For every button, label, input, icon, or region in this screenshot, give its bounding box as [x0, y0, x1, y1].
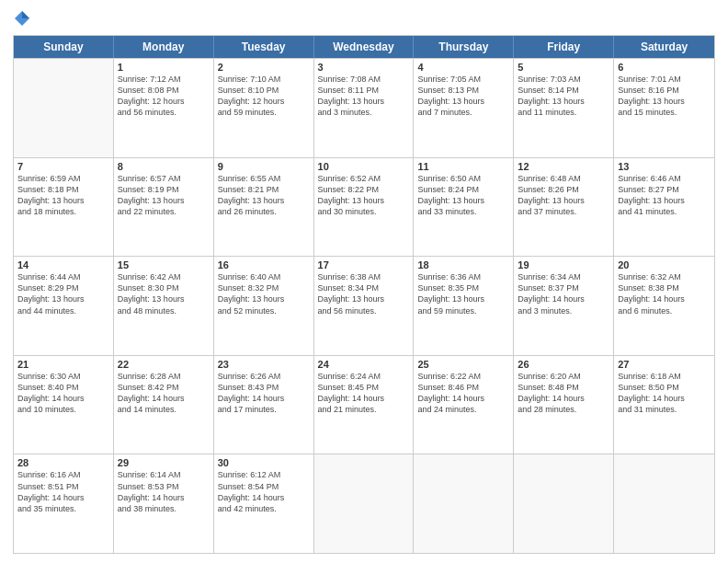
- day-info: Sunrise: 7:12 AM Sunset: 8:08 PM Dayligh…: [118, 74, 210, 119]
- day-info: Sunrise: 6:52 AM Sunset: 8:22 PM Dayligh…: [318, 173, 410, 218]
- day-number: 15: [118, 259, 210, 270]
- day-number: 28: [17, 457, 109, 468]
- calendar-body: 1Sunrise: 7:12 AM Sunset: 8:08 PM Daylig…: [14, 58, 714, 553]
- cal-cell: 22Sunrise: 6:28 AM Sunset: 8:42 PM Dayli…: [114, 356, 214, 454]
- cal-cell: 29Sunrise: 6:14 AM Sunset: 8:53 PM Dayli…: [114, 454, 214, 553]
- day-info: Sunrise: 6:12 AM Sunset: 8:54 PM Dayligh…: [218, 469, 310, 514]
- day-info: Sunrise: 6:26 AM Sunset: 8:43 PM Dayligh…: [218, 371, 310, 416]
- day-info: Sunrise: 6:59 AM Sunset: 8:18 PM Dayligh…: [17, 173, 109, 218]
- day-number: 5: [518, 62, 609, 73]
- day-info: Sunrise: 6:22 AM Sunset: 8:46 PM Dayligh…: [417, 371, 509, 416]
- cal-cell: 16Sunrise: 6:40 AM Sunset: 8:32 PM Dayli…: [214, 257, 314, 355]
- cal-cell: 20Sunrise: 6:32 AM Sunset: 8:38 PM Dayli…: [614, 257, 714, 355]
- header-day-monday: Monday: [114, 36, 214, 58]
- day-number: 7: [17, 161, 109, 172]
- cal-cell: 18Sunrise: 6:36 AM Sunset: 8:35 PM Dayli…: [414, 257, 514, 355]
- header-day-sunday: Sunday: [14, 36, 114, 58]
- day-number: 27: [618, 359, 711, 370]
- cal-cell: [614, 454, 714, 553]
- cal-cell: 26Sunrise: 6:20 AM Sunset: 8:48 PM Dayli…: [514, 356, 614, 454]
- day-info: Sunrise: 6:24 AM Sunset: 8:45 PM Dayligh…: [318, 371, 410, 416]
- day-info: Sunrise: 7:03 AM Sunset: 8:14 PM Dayligh…: [518, 74, 609, 119]
- day-number: 8: [118, 161, 210, 172]
- day-info: Sunrise: 6:18 AM Sunset: 8:50 PM Dayligh…: [618, 371, 711, 416]
- day-info: Sunrise: 6:32 AM Sunset: 8:38 PM Dayligh…: [618, 271, 711, 316]
- day-info: Sunrise: 6:36 AM Sunset: 8:35 PM Dayligh…: [417, 271, 509, 316]
- cal-cell: 23Sunrise: 6:26 AM Sunset: 8:43 PM Dayli…: [214, 356, 314, 454]
- day-info: Sunrise: 6:42 AM Sunset: 8:30 PM Dayligh…: [118, 271, 210, 316]
- cal-cell: 13Sunrise: 6:46 AM Sunset: 8:27 PM Dayli…: [614, 158, 714, 257]
- logo-icon: [13, 9, 31, 28]
- day-number: 11: [417, 161, 509, 172]
- calendar: SundayMondayTuesdayWednesdayThursdayFrid…: [13, 35, 715, 554]
- cal-cell: [514, 454, 614, 553]
- day-number: 21: [17, 359, 109, 370]
- cal-cell: 17Sunrise: 6:38 AM Sunset: 8:34 PM Dayli…: [314, 257, 415, 355]
- header-day-saturday: Saturday: [614, 36, 714, 58]
- cal-cell: 10Sunrise: 6:52 AM Sunset: 8:22 PM Dayli…: [314, 158, 415, 257]
- cal-cell: [414, 454, 514, 553]
- day-number: 14: [17, 259, 109, 270]
- day-info: Sunrise: 7:08 AM Sunset: 8:11 PM Dayligh…: [318, 74, 410, 119]
- day-number: 9: [218, 161, 310, 172]
- day-number: 20: [618, 259, 711, 270]
- cal-cell: 8Sunrise: 6:57 AM Sunset: 8:19 PM Daylig…: [114, 158, 214, 257]
- day-number: 10: [318, 161, 410, 172]
- day-info: Sunrise: 6:16 AM Sunset: 8:51 PM Dayligh…: [17, 469, 109, 514]
- day-number: 16: [218, 259, 310, 270]
- cal-cell: [314, 454, 415, 553]
- day-number: 18: [417, 259, 509, 270]
- cal-cell: 27Sunrise: 6:18 AM Sunset: 8:50 PM Dayli…: [614, 356, 714, 454]
- day-number: 13: [618, 161, 711, 172]
- day-info: Sunrise: 6:14 AM Sunset: 8:53 PM Dayligh…: [118, 469, 210, 514]
- cal-cell: 28Sunrise: 6:16 AM Sunset: 8:51 PM Dayli…: [14, 454, 114, 553]
- day-info: Sunrise: 6:28 AM Sunset: 8:42 PM Dayligh…: [118, 371, 210, 416]
- cal-cell: 11Sunrise: 6:50 AM Sunset: 8:24 PM Dayli…: [414, 158, 514, 257]
- header: [13, 9, 715, 28]
- cal-cell: 1Sunrise: 7:12 AM Sunset: 8:08 PM Daylig…: [114, 59, 214, 157]
- cal-cell: [14, 59, 114, 157]
- header-day-friday: Friday: [514, 36, 614, 58]
- cal-cell: 24Sunrise: 6:24 AM Sunset: 8:45 PM Dayli…: [314, 356, 415, 454]
- cal-cell: 9Sunrise: 6:55 AM Sunset: 8:21 PM Daylig…: [214, 158, 314, 257]
- day-number: 2: [218, 62, 310, 73]
- header-day-thursday: Thursday: [414, 36, 514, 58]
- week-row-1: 7Sunrise: 6:59 AM Sunset: 8:18 PM Daylig…: [14, 157, 714, 257]
- cal-cell: 3Sunrise: 7:08 AM Sunset: 8:11 PM Daylig…: [314, 59, 415, 157]
- day-number: 19: [518, 259, 609, 270]
- week-row-4: 28Sunrise: 6:16 AM Sunset: 8:51 PM Dayli…: [14, 454, 714, 553]
- day-info: Sunrise: 6:20 AM Sunset: 8:48 PM Dayligh…: [518, 371, 609, 416]
- day-number: 23: [218, 359, 310, 370]
- cal-cell: 15Sunrise: 6:42 AM Sunset: 8:30 PM Dayli…: [114, 257, 214, 355]
- week-row-3: 21Sunrise: 6:30 AM Sunset: 8:40 PM Dayli…: [14, 355, 714, 454]
- page: SundayMondayTuesdayWednesdayThursdayFrid…: [0, 0, 728, 563]
- day-info: Sunrise: 6:55 AM Sunset: 8:21 PM Dayligh…: [218, 173, 310, 218]
- day-number: 3: [318, 62, 410, 73]
- day-number: 1: [118, 62, 210, 73]
- day-number: 25: [417, 359, 509, 370]
- day-number: 17: [318, 259, 410, 270]
- cal-cell: 25Sunrise: 6:22 AM Sunset: 8:46 PM Dayli…: [414, 356, 514, 454]
- day-number: 6: [618, 62, 711, 73]
- cal-cell: 5Sunrise: 7:03 AM Sunset: 8:14 PM Daylig…: [514, 59, 614, 157]
- cal-cell: 14Sunrise: 6:44 AM Sunset: 8:29 PM Dayli…: [14, 257, 114, 355]
- week-row-2: 14Sunrise: 6:44 AM Sunset: 8:29 PM Dayli…: [14, 256, 714, 355]
- logo: [13, 9, 35, 28]
- day-info: Sunrise: 7:01 AM Sunset: 8:16 PM Dayligh…: [618, 74, 711, 119]
- week-row-0: 1Sunrise: 7:12 AM Sunset: 8:08 PM Daylig…: [14, 58, 714, 157]
- day-info: Sunrise: 6:44 AM Sunset: 8:29 PM Dayligh…: [17, 271, 109, 316]
- day-number: 4: [417, 62, 509, 73]
- cal-cell: 4Sunrise: 7:05 AM Sunset: 8:13 PM Daylig…: [414, 59, 514, 157]
- day-number: 22: [118, 359, 210, 370]
- cal-cell: 6Sunrise: 7:01 AM Sunset: 8:16 PM Daylig…: [614, 59, 714, 157]
- day-info: Sunrise: 6:57 AM Sunset: 8:19 PM Dayligh…: [118, 173, 210, 218]
- cal-cell: 30Sunrise: 6:12 AM Sunset: 8:54 PM Dayli…: [214, 454, 314, 553]
- day-info: Sunrise: 6:40 AM Sunset: 8:32 PM Dayligh…: [218, 271, 310, 316]
- day-number: 29: [118, 457, 210, 468]
- day-info: Sunrise: 7:10 AM Sunset: 8:10 PM Dayligh…: [218, 74, 310, 119]
- day-number: 30: [218, 457, 310, 468]
- header-day-tuesday: Tuesday: [214, 36, 314, 58]
- cal-cell: 2Sunrise: 7:10 AM Sunset: 8:10 PM Daylig…: [214, 59, 314, 157]
- calendar-header: SundayMondayTuesdayWednesdayThursdayFrid…: [14, 36, 714, 58]
- cal-cell: 21Sunrise: 6:30 AM Sunset: 8:40 PM Dayli…: [14, 356, 114, 454]
